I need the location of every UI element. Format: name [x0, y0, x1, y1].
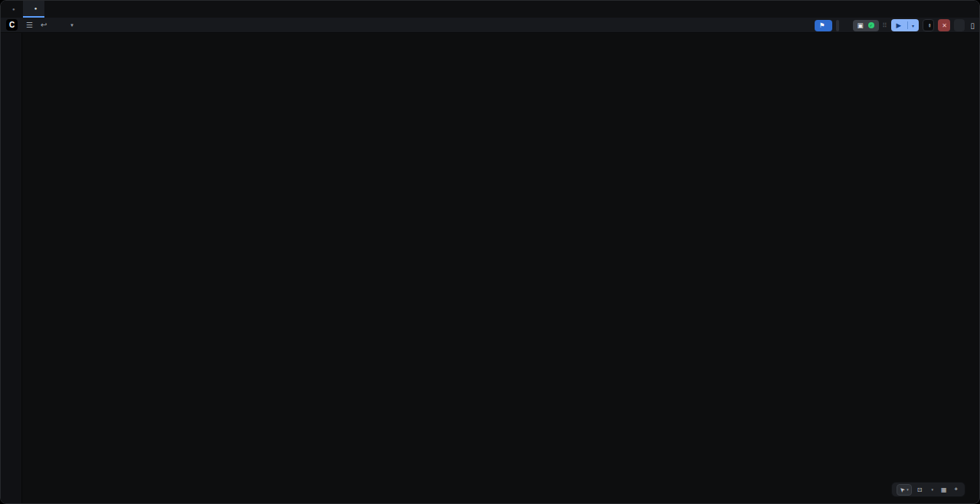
- image-icon: ▣: [858, 21, 864, 29]
- tab-active-workflow[interactable]: ●: [23, 1, 45, 18]
- focus-mode-button[interactable]: ⌖: [952, 484, 960, 495]
- play-icon: ▶: [896, 21, 901, 29]
- fit-view-button[interactable]: ⊡: [915, 485, 925, 495]
- left-sidebar: [1, 33, 22, 504]
- node-graph-canvas[interactable]: [1, 1, 979, 503]
- active-jobs-badge[interactable]: [954, 19, 965, 31]
- divider: [907, 21, 908, 29]
- side-panel-toggle-icon[interactable]: ▯: [970, 21, 975, 30]
- chevron-down-icon: ▾: [931, 487, 933, 492]
- cancel-button[interactable]: ✕: [938, 19, 950, 31]
- canvas-toolbar: ➤ ▾ ⊡ ▾ ▦ ⌖: [891, 482, 965, 497]
- comfyui-window: ● ● C ☰ ↩ ▾ ⚑ ▣ ✓ ⠿: [0, 0, 980, 504]
- batch-count-stepper[interactable]: ▴▾: [923, 19, 935, 31]
- minimap-icon: ▦: [941, 486, 947, 493]
- undo-icon[interactable]: ↩: [41, 21, 47, 29]
- flag-icon: ⚑: [819, 21, 825, 29]
- manager-button[interactable]: ⚑: [815, 20, 832, 31]
- unsaved-dot-icon: ●: [12, 7, 15, 11]
- menu-bar: C ☰ ↩ ▾ ⚑ ▣ ✓ ⠿ ▶ ▾: [1, 18, 979, 33]
- hamburger-menu-icon[interactable]: ☰: [26, 21, 33, 29]
- unsaved-dot-icon: ●: [34, 6, 38, 11]
- workflow-tab-bar: ● ●: [1, 1, 979, 18]
- close-icon: ✕: [942, 22, 947, 29]
- toggle-on-icon[interactable]: ✓: [868, 22, 874, 28]
- action-bar: ⚑ ▣ ✓ ⠿ ▶ ▾ ▴▾ ✕ ▯: [815, 18, 975, 33]
- crosshair-icon: ⌖: [954, 486, 958, 493]
- run-button[interactable]: ▶ ▾: [891, 19, 919, 31]
- show-image-feed-button[interactable]: ▣ ✓: [853, 20, 879, 31]
- cursor-icon: ➤: [898, 485, 906, 493]
- comfy-logo[interactable]: C: [6, 19, 18, 31]
- drag-handle-icon[interactable]: ⠿: [883, 22, 888, 29]
- chevron-down-icon: ▾: [906, 487, 909, 492]
- zoom-level-button[interactable]: ▾: [927, 486, 936, 493]
- manager-icon-group: [836, 20, 839, 31]
- chevron-down-icon[interactable]: ▾: [912, 23, 914, 28]
- chevron-down-icon[interactable]: ▾: [70, 22, 74, 28]
- minimap-toggle-button[interactable]: ▦: [939, 485, 949, 495]
- stepper-arrows-icon[interactable]: ▴▾: [929, 23, 931, 28]
- fit-view-icon: ⊡: [917, 486, 923, 493]
- new-tab-button[interactable]: [44, 1, 58, 18]
- pointer-tool-button[interactable]: ➤ ▾: [897, 484, 911, 496]
- tab-base[interactable]: ●: [1, 1, 23, 18]
